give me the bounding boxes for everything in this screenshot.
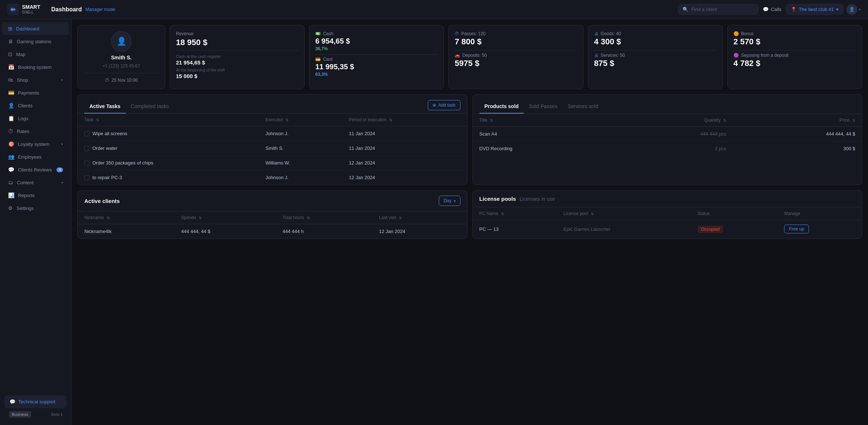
visit-col-header: Last visit ⇅ [372,211,467,224]
clients-header: Active clients Day ▾ [78,191,467,211]
period-col-header: Period of execution ⇅ [342,114,467,126]
table-row: Nickname4ik 444 444, 44 $ 444 444 h 12 J… [78,224,467,239]
sidebar-item-booking-system[interactable]: 📅 Booking system [2,61,69,73]
tab-products-sold[interactable]: Products sold [479,100,524,114]
beta-tag: Beta ℹ [51,412,62,417]
divider [84,73,159,73]
sidebar-item-employees[interactable]: 👥 Employees [2,151,69,163]
search-box[interactable]: 🔍 [678,4,758,15]
sidebar-item-clients-reviews[interactable]: 💬 Clients Reviews 4 [2,163,69,176]
business-tag: Business [9,411,31,418]
tab-sold-passes[interactable]: Sold Passes [524,100,563,114]
sidebar-item-rates[interactable]: ⏱ Rates [2,125,69,137]
sidebar-item-map[interactable]: ⊡ Map [2,48,69,60]
task-cell: Wipe all screens [78,126,259,141]
sidebar-item-shop[interactable]: 🛍 Shop ▾ [2,74,69,86]
hours-cell: 444 444 h [276,224,372,239]
nav-icon: ⚙ [8,205,13,211]
table-row: Scan A4 444 444 pcs 444 444, 44 $ [473,127,862,141]
tab-services-sold[interactable]: Services sold [563,100,603,114]
tasks-header: Active Tasks Completed tasks ⊕ Add task [78,95,467,114]
spends-cell: 444 444, 44 $ [174,224,276,239]
product-qty-cell: 2 pcs [614,141,733,156]
nav-icon: 📋 [8,115,14,121]
calls-button[interactable]: 💬 Calls [758,4,786,14]
layout: ⊞ Dashboard 🖥 Gaming stations ⊡ Map 📅 Bo… [0,19,868,425]
sidebar-item-payments[interactable]: 💳 Payments [2,86,69,99]
sidebar-nav: ⊞ Dashboard 🖥 Gaming stations ⊡ Map 📅 Bo… [0,19,71,391]
card-amount: 11 995,35 $ [315,63,438,71]
product-title-cell: Scan A4 [473,127,614,141]
cash-row: 💵 Cash 6 954,65 $ 36,7% [315,31,438,55]
product-price-cell: 444 444, 44 $ [733,127,862,141]
sidebar-item-dashboard[interactable]: ⊞ Dashboard [2,22,69,35]
price-col-header: Price ⇅ [733,114,862,127]
sort-icon: ⇅ [286,118,288,122]
sort-icon: ⇅ [399,216,402,220]
sidebar-item-content[interactable]: 🗂 Content ▾ [2,176,69,189]
cash-amount: 6 954,65 $ [315,37,438,45]
task-col-header: Task ⇅ [78,114,259,126]
sidebar-item-label: Gaming stations [17,39,63,44]
chevron-icon: ▾ [61,181,63,185]
sidebar-item-clients[interactable]: 👤 Clients [2,99,69,112]
logo-text: SMART SHELL [22,4,40,14]
manager-mode-link[interactable]: Manager mode [85,7,115,12]
tab-active-tasks[interactable]: Active Tasks [84,100,126,114]
sidebar-item-loyalty-system[interactable]: 🎯 Loyalty system ▾ [2,138,69,150]
chevron-down-icon: ▾ [836,7,839,12]
search-input[interactable] [691,7,754,12]
nickname-cell: Nickname4ik [78,224,174,239]
nav-icon: 🎯 [8,141,14,147]
tech-support-button[interactable]: 💬 Technical support [4,395,67,408]
deposits-value: 5975 $ [455,59,577,68]
sort-icon: ⇅ [307,216,310,220]
sidebar-item-label: Dashboard [16,26,63,32]
clients-table: Nickname ⇅ Spends ⇅ Total hours ⇅ [78,211,467,239]
products-card: Products sold Sold Passes Services sold … [472,94,863,185]
bonus-icon: 🟠 [733,31,739,36]
sort-icon: ⇅ [852,118,855,122]
nav-icon: 👥 [8,154,14,160]
nav-icon: 📅 [8,64,14,70]
search-icon: 🔍 [683,7,688,12]
goods-card: 🖨 Goods: 40 4 300 $ 🖨 Services: 50 875 $ [588,25,723,89]
cash-icon: 💵 [315,31,321,36]
location-icon: 📍 [791,7,797,12]
table-row: Wipe all screens Johnson J. 11 Jan 2024 [78,126,467,141]
task-checkbox[interactable] [84,160,89,166]
task-checkbox[interactable] [84,146,89,151]
tasks-card: Active Tasks Completed tasks ⊕ Add task … [77,94,467,185]
avatar[interactable]: 👤 [846,4,857,15]
visit-cell: 12 Jan 2024 [372,224,467,239]
shift-label: At the beginning of the shift [176,68,298,72]
divider [455,50,577,51]
calls-icon: 💬 [763,7,769,12]
tab-completed-tasks[interactable]: Completed tasks [126,100,174,114]
status-badge: Occupied [698,226,724,233]
task-checkbox[interactable] [84,131,89,136]
tech-support-icon: 💬 [10,399,15,404]
card-row: 💳 Card 11 995,35 $ 63,3% [315,57,438,77]
day-filter-button[interactable]: Day ▾ [439,196,460,206]
status-col-header: Status [691,207,778,220]
executor-col-header: Executor ⇅ [259,114,342,126]
sidebar-item-gaming-stations[interactable]: 🖥 Gaming stations [2,35,69,48]
sidebar-item-label: Rates [17,129,63,134]
plus-icon: ⊕ [433,103,436,108]
club-selector[interactable]: 📍 The best club #1 ▾ [786,4,843,15]
sort-icon: ⇅ [96,118,99,122]
clock-icon: ⏱ [105,78,109,83]
free-up-button[interactable]: Free up [784,225,809,233]
task-checkbox[interactable] [84,175,89,180]
nav-icon: 👤 [8,103,14,108]
pc-col-header: PC Name ⇅ [473,207,557,220]
products-tabs: Products sold Sold Passes Services sold [479,100,603,114]
sort-icon: ⇅ [501,212,504,216]
sidebar-item-settings[interactable]: ⚙ Settings [2,202,69,214]
sidebar-item-reports[interactable]: 📊 Reports [2,189,69,202]
sidebar-item-logs[interactable]: 📋 Logs [2,112,69,125]
add-task-button[interactable]: ⊕ Add task [428,100,460,110]
sidebar-item-label: Shop [17,77,58,83]
revenue-card: Revenue 18 950 $ Cash at the cash regist… [170,25,305,89]
